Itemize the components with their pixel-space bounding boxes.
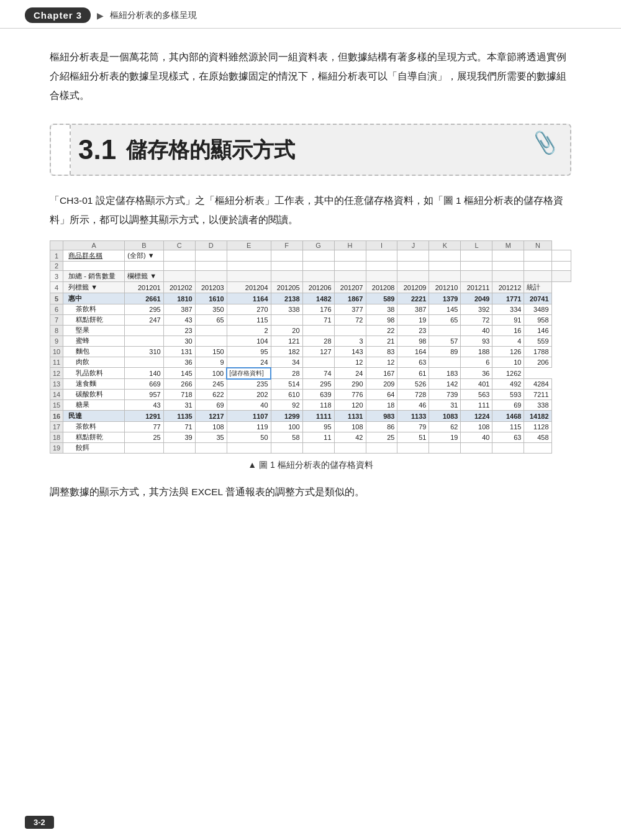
paperclip-icon: 📎 (531, 129, 560, 157)
figure-caption: 圖 1 樞紐分析表的儲存格資料 (50, 460, 571, 471)
chapter-badge: Chapter 3 (25, 7, 91, 23)
section-header: 3.1 儲存格的顯示方式 📎 (50, 124, 571, 176)
section-header-inner: 3.1 儲存格的顯示方式 (66, 136, 555, 163)
header-arrow: ▶ (97, 11, 104, 21)
header-subtitle: 樞紐分析表的多樣呈現 (110, 10, 197, 21)
intro-paragraph: 樞紐分析表是一個萬花筒，其內部的資料雖然源於同一組資料表，但數據結構有著多樣的呈… (50, 47, 571, 105)
page-content: 樞紐分析表是一個萬花筒，其內部的資料雖然源於同一組資料表，但數據結構有著多樣的呈… (0, 29, 621, 539)
section-number: 3.1 (78, 136, 116, 163)
body-text: 「CH3-01 設定儲存格顯示方式」之「樞紐分析表」工作表，其中的任意儲存格資料… (50, 191, 571, 229)
section-title: 儲存格的顯示方式 (126, 137, 295, 163)
adjust-text: 調整數據的顯示方式，其方法與 EXCEL 普通報表的調整方式是類似的。 (50, 482, 571, 501)
excel-table: ABCDEFGHIJKLMN1商品群名稱(全部) ▼23加總 - 銷售數量欄標籤… (50, 240, 571, 454)
page-number: 3-2 (25, 816, 54, 829)
page-header: Chapter 3 ▶ 樞紐分析表的多樣呈現 (0, 0, 621, 29)
